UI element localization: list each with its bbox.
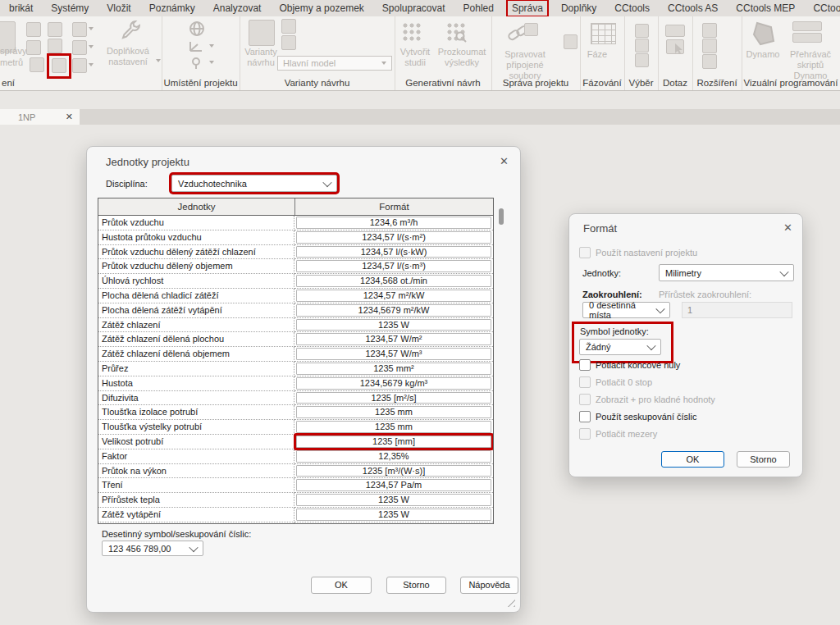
ids-icon[interactable] [665,25,685,37]
help-button[interactable]: Nápověda [460,577,518,594]
ribbon-tab[interactable]: Vložit [107,1,130,16]
decimal-symbol-dropdown[interactable]: 123 456 789,00 [102,541,203,556]
phases-icon[interactable] [591,23,616,44]
active-design-option-dropdown[interactable]: Hlavní model [277,56,392,71]
resize-grip[interactable] [506,598,515,607]
close-icon[interactable]: ✕ [783,221,792,234]
create-study-button[interactable]: Vytvořit studii [395,47,436,68]
ok-button[interactable]: OK [311,577,372,594]
ribbon-tab[interactable]: Poznámky [149,1,195,16]
design-option-icon-2[interactable] [281,35,296,50]
create-study-icon[interactable] [401,21,421,41]
format-value-button[interactable]: 1235 [m³/(W·s)] [296,465,491,477]
cancel-button[interactable]: Storno [737,451,790,468]
format-value-button[interactable]: 1234,57 l/(s·kW) [296,246,491,258]
dynamo-player-button[interactable]: Přehrávač skriptů Dynamo [781,49,840,81]
load-selection-icon[interactable] [635,39,649,52]
option-checkbox[interactable] [579,411,591,422]
starting-view-icon[interactable] [564,34,578,49]
format-value-button[interactable]: 1234,57 W/m² [296,333,491,345]
format-value-button[interactable]: 1235 mm [296,421,491,433]
design-option-icon-1[interactable] [281,19,296,34]
ribbon-tab[interactable]: CCtools AS [668,1,718,16]
manage-images-icon[interactable] [524,23,538,36]
option-checkbox[interactable] [579,394,591,405]
option-checkbox[interactable] [579,428,591,440]
cancel-button[interactable]: Storno [386,577,446,594]
extension-icon-2[interactable] [702,39,717,53]
dynamo-icon[interactable] [750,20,778,48]
purge-unused-icon[interactable] [48,22,62,37]
ok-button[interactable]: OK [661,451,724,468]
use-project-settings-checkbox[interactable] [579,247,591,258]
edit-selection-icon[interactable] [635,53,649,67]
format-value-button[interactable]: 1234,5679 m²/kW [296,304,491,317]
project-units-icon[interactable] [52,58,66,73]
extension-warning-icon[interactable] [702,54,717,69]
format-value-button[interactable]: 1235 W [296,319,491,331]
format-value-button[interactable]: 1235 [mm] [296,436,491,448]
option-checkbox[interactable] [579,359,591,371]
explore-outcomes-button[interactable]: Prozkoumat výsledky [433,47,491,68]
ribbon-tab[interactable]: Pohled [463,1,494,16]
save-selection-icon[interactable] [635,24,649,38]
view-tab-1np[interactable]: 1NP ✕ [0,109,80,125]
rounding-increment-input[interactable]: 1 [682,302,792,318]
format-value-button[interactable]: 1235 mm [296,406,491,418]
additional-settings-button[interactable]: Doplňková nastavení [98,46,158,67]
dynamo-player-icon-2[interactable] [792,33,822,43]
ribbon-tab[interactable]: Doplňky [561,1,596,16]
ribbon-tab[interactable]: CCtools MEP [736,1,795,16]
format-value-button[interactable]: 1234,5679 kg/m³ [296,377,491,390]
format-value-button[interactable]: 12,35% [296,450,491,463]
settings-dropdown-icon-2[interactable] [72,40,87,55]
format-value-button[interactable]: 1234,57 l/(s·m³) [296,260,491,272]
close-icon[interactable]: ✕ [500,155,509,167]
option-checkbox[interactable] [579,376,591,388]
settings-dropdown-icon-3[interactable] [72,58,87,73]
format-value-button[interactable]: 1234,6 m³/h [296,217,491,229]
position-icon[interactable] [189,57,203,70]
dynamo-player-icon[interactable] [792,21,822,31]
structural-settings-icon[interactable] [48,39,62,53]
format-value-button[interactable] [296,523,491,524]
format-value-button[interactable]: 1235 W [296,494,491,506]
ribbon-tab[interactable]: CCtools Beta [813,1,840,16]
ribbon-tab[interactable]: CCtools [614,1,650,16]
shared-parameters-icon[interactable] [26,40,41,55]
manage-links-button[interactable]: Spravovat připojené soubory [491,49,559,81]
table-scrollbar-thumb[interactable] [499,208,504,225]
dropdown-arrow-icon[interactable] [89,45,94,48]
phases-button[interactable]: Fáze [580,49,614,60]
close-view-icon[interactable]: ✕ [66,112,73,122]
dropdown-arrow-icon[interactable] [209,61,214,64]
format-value-button[interactable]: 1234,568 ot./min [296,275,491,287]
location-globe-icon[interactable] [188,20,206,38]
dropdown-arrow-icon[interactable] [89,63,94,66]
format-value-button[interactable]: 1234,57 Pa/m [296,479,491,491]
extension-icon-1[interactable] [702,23,717,38]
ribbon-tab[interactable]: Objemy a pozemek [279,1,363,16]
ribbon-tab[interactable]: Systémy [51,1,89,16]
dynamo-button[interactable]: Dynamo [742,49,784,60]
format-value-button[interactable]: 1235 W [296,509,491,521]
dropdown-arrow-icon[interactable] [89,27,94,30]
settings-dropdown-icon-1[interactable] [72,22,87,37]
mep-settings-icon[interactable] [30,57,44,72]
format-value-button[interactable]: 1234,57 W/m³ [296,348,491,360]
format-value-button[interactable]: 1235 [m²/s] [296,392,491,404]
format-value-button[interactable]: 1234,57 m²/kW [296,290,491,302]
transfer-standards-icon[interactable] [26,22,41,37]
units-dropdown[interactable]: Milimetry [659,264,794,281]
unit-symbol-dropdown[interactable]: Žádný [579,339,661,355]
ribbon-tab[interactable]: brikát [9,1,33,16]
design-options-button[interactable]: Varianty návrhu [240,47,282,68]
discipline-dropdown[interactable]: Vzduchotechnika [171,175,337,192]
dropdown-arrow-icon[interactable] [209,44,214,48]
format-value-button[interactable]: 1235 mm² [296,363,491,375]
ribbon-tab[interactable]: Analyzovat [213,1,262,16]
dropdown-arrow-icon[interactable] [156,59,161,62]
coordinates-icon[interactable] [189,40,203,52]
format-value-button[interactable]: 1234,57 l/(s·m²) [296,231,491,244]
design-options-icon[interactable] [249,20,275,46]
